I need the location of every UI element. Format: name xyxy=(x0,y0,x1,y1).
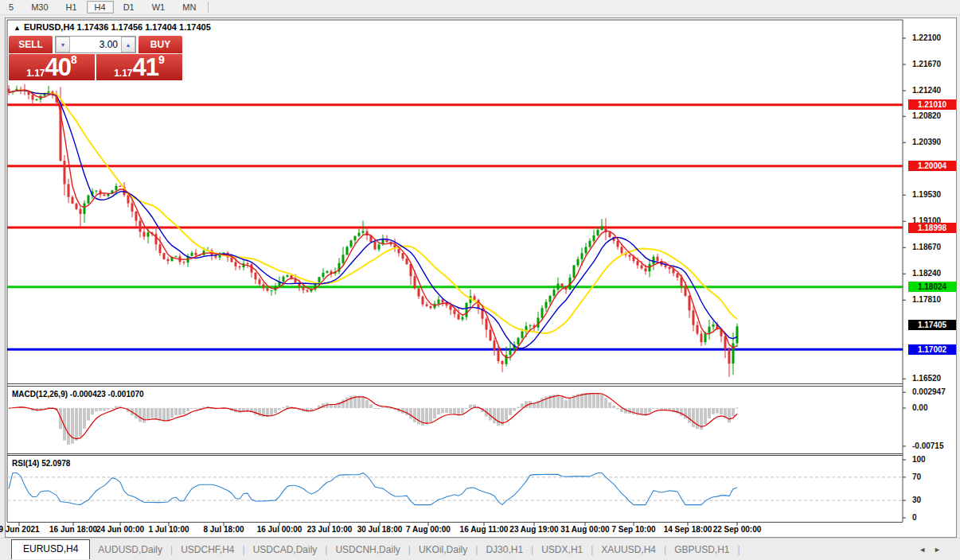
price-axis-label: 1.21670 xyxy=(912,60,958,69)
ask-price-big: 41 xyxy=(133,56,158,80)
bid-price-big: 40 xyxy=(45,56,71,80)
chart-tab-usdcnh-daily[interactable]: USDCNH,Daily xyxy=(327,544,408,555)
macd-label: MACD(12,26,9) -0.000423 -0.001070 xyxy=(12,390,144,399)
tab-separator: | xyxy=(738,544,740,555)
macd-histogram xyxy=(7,393,739,445)
time-axis-label: 23 Jul 10:00 xyxy=(307,525,353,534)
chart-tab-gbpusd-h1[interactable]: GBPUSD,H1 xyxy=(666,544,737,555)
macd-axis-label: -0.00715 xyxy=(912,441,958,451)
price-chart-canvas xyxy=(6,18,956,537)
time-axis-label: 7 Aug 00:00 xyxy=(406,525,451,534)
chart-title-symbol: EURUSD,H4 xyxy=(24,22,75,32)
price-axis-label: 1.18240 xyxy=(912,269,958,278)
timeframe-button-mn[interactable]: MN xyxy=(174,1,204,14)
time-axis-label: 31 Aug 00:00 xyxy=(560,525,609,534)
chart-tab-usdcad-daily[interactable]: USDCAD,Daily xyxy=(245,544,326,555)
timeframe-button-h4[interactable]: H4 xyxy=(87,1,114,14)
price-axis-label: 1.20820 xyxy=(912,111,958,121)
candles xyxy=(8,84,739,377)
price-level-badge: 1.18024 xyxy=(908,282,956,292)
time-axis-label: 8 Jul 18:00 xyxy=(203,525,244,534)
time-axis-label: 24 Jun 00:00 xyxy=(96,525,144,534)
bid-price-box[interactable]: 1.17408 xyxy=(9,54,95,80)
chart-tab-ukoil-daily[interactable]: UKOil,Daily xyxy=(411,544,475,555)
timeframe-button-h1[interactable]: H1 xyxy=(58,1,85,14)
price-axis-label: 1.22100 xyxy=(912,33,958,43)
price-axis-label: 1.16520 xyxy=(912,374,958,383)
price-level-badge: 1.20004 xyxy=(908,161,956,171)
one-click-trading-panel: SELL ▼ ▲ BUY 1.17408 1.17419 xyxy=(9,36,182,80)
price-axis-label: 1.19530 xyxy=(912,190,958,200)
time-axis-label: 7 Sep 10:00 xyxy=(611,525,655,534)
bid-price-sup: 8 xyxy=(71,54,77,65)
timeframe-button-d1[interactable]: D1 xyxy=(115,1,142,14)
toolbar-separator xyxy=(208,2,209,13)
axis-ticks xyxy=(19,38,906,526)
chevron-up-icon: ▲ xyxy=(126,42,131,48)
time-axis-label: 14 Sep 18:00 xyxy=(664,525,712,534)
rsi-axis-label: 30 xyxy=(912,496,958,505)
macd-axis-label: 0.002947 xyxy=(912,387,958,397)
rsi-axis-label: 70 xyxy=(912,472,958,482)
volume-input[interactable] xyxy=(70,37,121,52)
price-axis-label: 1.17810 xyxy=(912,295,958,305)
volume-decrease-button[interactable]: ▼ xyxy=(56,37,70,52)
rsi-axis-label: 0 xyxy=(912,513,958,523)
price-level-badge: 1.21010 xyxy=(908,99,956,110)
sell-button[interactable]: SELL xyxy=(9,36,53,53)
timeframe-toolbar: 5M30H1H4D1W1MN xyxy=(0,0,960,15)
chevron-down-icon: ▼ xyxy=(60,42,66,48)
ask-price-sup: 9 xyxy=(158,54,165,65)
time-axis-label: 23 Aug 19:00 xyxy=(509,525,558,534)
chart-window: ▲EURUSD,H4 1.17436 1.17456 1.17404 1.174… xyxy=(5,18,957,538)
bid-price-prefix: 1.17 xyxy=(26,67,45,80)
symbol-marker-icon: ▲ xyxy=(14,24,21,32)
chart-tab-bar: EURUSD,H4AUDUSD,Daily|USDCHF,H4|USDCAD,D… xyxy=(0,538,960,560)
price-level-badge: 1.17405 xyxy=(908,320,956,330)
time-axis-label: 22 Sep 00:00 xyxy=(713,525,762,534)
price-axis-label: 1.18670 xyxy=(912,243,958,252)
scroll-right-icon[interactable]: ► xyxy=(934,546,949,554)
timeframe-button-w1[interactable]: W1 xyxy=(144,1,174,14)
time-axis-label: 1 Jul 10:00 xyxy=(148,525,189,534)
time-axis-label: 9 Jun 2021 xyxy=(0,525,40,534)
ask-price-prefix: 1.17 xyxy=(114,67,132,80)
mt4-terminal: { "toolbar": { "timeframes": ["5","M30",… xyxy=(0,0,960,560)
chart-tab-dj30-h1[interactable]: DJ30,H1 xyxy=(478,544,531,555)
chart-tab-audusd-daily[interactable]: AUDUSD,Daily xyxy=(90,544,170,555)
ask-price-box[interactable]: 1.17419 xyxy=(96,54,182,80)
chart-title-ohlc: 1.17436 1.17456 1.17404 1.17405 xyxy=(77,22,211,32)
scroll-left-icon[interactable]: ◄ xyxy=(919,546,934,554)
chart-tab-xauusd-h4[interactable]: XAUUSD,H4 xyxy=(593,544,664,555)
volume-increase-button[interactable]: ▲ xyxy=(121,37,135,52)
time-axis-label: 30 Jul 18:00 xyxy=(357,525,403,534)
timeframe-button-m30[interactable]: M30 xyxy=(23,1,56,14)
price-level-badge: 1.18998 xyxy=(908,223,956,233)
time-axis-label: 16 Jul 00:00 xyxy=(257,525,302,534)
rsi-label: RSI(14) 52.0978 xyxy=(12,459,70,468)
chart-tab-usdchf-h4[interactable]: USDCHF,H4 xyxy=(173,544,242,555)
price-level-badge: 1.17002 xyxy=(908,344,956,355)
macd-axis-label: 0.00 xyxy=(912,403,958,413)
time-axis-label: 16 Aug 11:00 xyxy=(460,525,509,534)
buy-button[interactable]: BUY xyxy=(139,36,182,53)
chart-title: ▲EURUSD,H4 1.17436 1.17456 1.17404 1.174… xyxy=(14,22,211,32)
timeframe-button-5[interactable]: 5 xyxy=(1,1,21,14)
time-axis-label: 16 Jun 18:00 xyxy=(49,525,97,534)
tab-scroll-arrows[interactable]: ◄► xyxy=(919,546,949,554)
chart-tab-eurusd-h4[interactable]: EURUSD,H4 xyxy=(11,539,90,559)
pane-borders xyxy=(7,20,903,523)
rsi-axis-label: 100 xyxy=(912,455,958,465)
chart-tab-usdx-h1[interactable]: USDX,H1 xyxy=(533,544,591,555)
price-axis-label: 1.20390 xyxy=(912,138,958,147)
volume-spinner: ▼ ▲ xyxy=(55,36,136,53)
price-axis-label: 1.21240 xyxy=(912,86,958,95)
